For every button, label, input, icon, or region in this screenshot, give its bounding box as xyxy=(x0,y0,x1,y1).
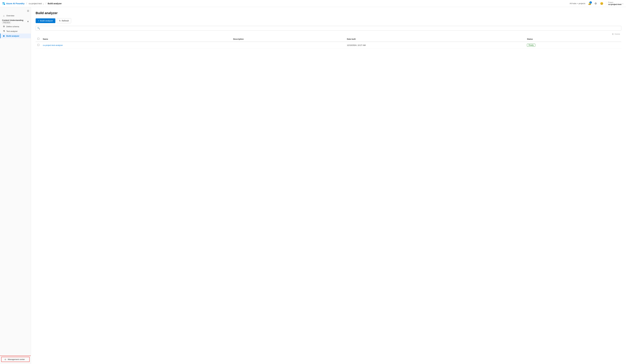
breadcrumb-current: Build analyzer xyxy=(48,2,62,5)
breadcrumb-arrow: ⌄ xyxy=(42,2,44,5)
search-bar: 🔍 xyxy=(36,26,621,31)
build-analyzer-icon: ◈ xyxy=(2,34,5,37)
sidebar-test-analyzer-label: Test analyzer xyxy=(6,30,18,32)
col-status: Status xyxy=(525,36,621,42)
breadcrumb-sep-1: / xyxy=(26,2,27,5)
build-button-label: Build analyzer xyxy=(40,20,53,22)
all-hubs-link[interactable]: All hubs + projects xyxy=(570,2,585,4)
management-center-wrapper: ⎋ Management center xyxy=(1,357,30,362)
svg-rect-3 xyxy=(4,4,5,5)
topbar-right: All hubs + projects 🔔 1 ⚙ 😊 Project cu-p… xyxy=(570,1,624,6)
svg-rect-0 xyxy=(3,2,4,3)
management-center-icon: ⎋ xyxy=(4,358,7,361)
main-content: Build analyzer + Build analyzer ↻ Refres… xyxy=(31,7,626,364)
search-input[interactable] xyxy=(41,27,620,30)
table-header-row: Name Description Date built Status xyxy=(36,36,621,42)
settings-button[interactable]: ⚙ xyxy=(594,1,597,6)
select-all-checkbox[interactable] xyxy=(38,38,39,40)
table-actions: 🗑 Delete xyxy=(36,32,621,36)
breadcrumb: cu-project-test ⌄ / Build analyzer xyxy=(29,2,62,5)
app-logo[interactable]: Azure AI Foundry xyxy=(2,2,24,5)
cell-status: Ready xyxy=(525,42,621,49)
sidebar-toggle[interactable]: ⊡ xyxy=(0,8,31,13)
section-label: Content Understanding xyxy=(2,19,23,21)
sidebar-item-overview[interactable]: ⌂ Overview xyxy=(0,13,31,18)
section-label-group: Content Understanding PREVIEW xyxy=(2,19,23,24)
preview-badge: PREVIEW xyxy=(2,22,11,24)
sidebar-define-schema-label: Define schema xyxy=(6,26,19,28)
delete-label: Delete xyxy=(615,33,620,35)
project-name: cu-project-test xyxy=(608,3,622,5)
notification-button[interactable]: 🔔 1 xyxy=(587,1,592,6)
main-layout: ⊡ ⌂ Overview Content Understanding PREVI… xyxy=(0,7,626,364)
account-button[interactable]: 😊 xyxy=(599,1,604,6)
select-all-col xyxy=(36,36,41,42)
row-checkbox-cell xyxy=(36,42,41,49)
refresh-label: Refresh xyxy=(62,20,69,22)
delete-icon: 🗑 xyxy=(612,33,614,35)
delete-button[interactable]: 🗑 Delete xyxy=(611,32,621,36)
sidebar-overview-label: Overview xyxy=(6,15,14,17)
logo-icon xyxy=(2,2,5,5)
sidebar-build-analyzer-label: Build analyzer xyxy=(6,35,19,37)
project-label: Project xyxy=(608,1,622,3)
sidebar-item-management-center[interactable]: ⎋ Management center xyxy=(1,357,29,362)
topbar: Azure AI Foundry / cu-project-test ⌄ / B… xyxy=(0,0,626,7)
svg-rect-1 xyxy=(4,2,5,3)
sidebar-bottom: ⎋ Management center xyxy=(0,356,31,363)
project-chevron-icon: ⌄ xyxy=(622,2,624,4)
overview-icon: ⌂ xyxy=(2,14,5,17)
sidebar-item-define-schema[interactable]: ⚙ Define schema xyxy=(0,24,31,29)
management-center-label: Management center xyxy=(8,358,25,361)
cell-date-built: 12/10/2024, 10:27 AM xyxy=(345,42,525,49)
row-checkbox[interactable] xyxy=(38,44,39,46)
toggle-sidebar-button[interactable]: ⊡ xyxy=(27,9,29,12)
test-analyzer-icon: ⚗ xyxy=(2,30,5,33)
build-icon: + xyxy=(38,20,39,22)
notification-badge: 1 xyxy=(589,1,592,4)
sidebar-item-build-analyzer[interactable]: ◈ Build analyzer xyxy=(0,33,31,38)
page-title: Build analyzer xyxy=(36,11,621,15)
analyzers-table: Name Description Date built Status xyxy=(36,36,621,49)
table-row: cu-project-test-analyzer 12/10/2024, 10:… xyxy=(36,42,621,49)
col-date-built: Date built xyxy=(345,36,525,42)
cell-description xyxy=(232,42,345,49)
col-name: Name xyxy=(41,36,232,42)
project-selector[interactable]: Project cu-project-test ⌄ xyxy=(606,1,624,5)
app-name: Azure AI Foundry xyxy=(6,2,24,5)
section-chevron-icon: ∧ xyxy=(27,20,29,23)
topbar-left: Azure AI Foundry / cu-project-test ⌄ / B… xyxy=(2,2,62,5)
sidebar-section-header: Content Understanding PREVIEW ∧ xyxy=(0,18,31,24)
breadcrumb-project[interactable]: cu-project-test ⌄ xyxy=(29,2,44,5)
status-badge: Ready xyxy=(527,44,535,47)
define-schema-icon: ⚙ xyxy=(2,25,5,28)
build-analyzer-button[interactable]: + Build analyzer xyxy=(36,18,55,23)
cell-name: cu-project-test-analyzer xyxy=(41,42,232,49)
refresh-icon: ↻ xyxy=(59,20,61,22)
refresh-button[interactable]: ↻ Refresh xyxy=(57,18,71,23)
sidebar: ⊡ ⌂ Overview Content Understanding PREVI… xyxy=(0,7,31,364)
col-description: Description xyxy=(232,36,345,42)
svg-rect-2 xyxy=(3,4,4,5)
breadcrumb-sep-2: / xyxy=(46,2,46,5)
search-icon: 🔍 xyxy=(37,27,40,30)
toolbar: + Build analyzer ↻ Refresh xyxy=(36,18,621,23)
analyzer-link[interactable]: cu-project-test-analyzer xyxy=(43,44,63,46)
sidebar-item-test-analyzer[interactable]: ⚗ Test analyzer xyxy=(0,29,31,33)
project-info: Project cu-project-test xyxy=(608,1,622,5)
